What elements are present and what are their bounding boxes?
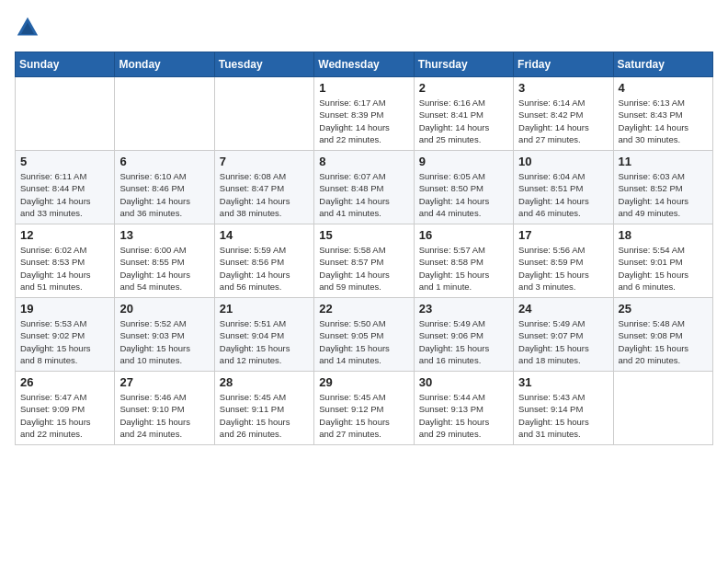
day-info: Sunrise: 5:52 AM Sunset: 9:03 PM Dayligh… bbox=[119, 317, 209, 366]
day-number: 13 bbox=[119, 228, 209, 242]
calendar-cell: 16Sunrise: 5:57 AM Sunset: 8:58 PM Dayli… bbox=[414, 224, 513, 298]
weekday-header: Sunday bbox=[16, 52, 115, 77]
calendar-cell: 1Sunrise: 6:17 AM Sunset: 8:39 PM Daylig… bbox=[314, 77, 414, 151]
day-number: 29 bbox=[319, 375, 408, 389]
day-info: Sunrise: 5:53 AM Sunset: 9:02 PM Dayligh… bbox=[20, 317, 109, 366]
calendar-cell: 29Sunrise: 5:45 AM Sunset: 9:12 PM Dayli… bbox=[314, 372, 414, 445]
calendar-cell: 22Sunrise: 5:50 AM Sunset: 9:05 PM Dayli… bbox=[314, 298, 414, 372]
calendar-cell bbox=[115, 77, 214, 151]
day-info: Sunrise: 5:45 AM Sunset: 9:11 PM Dayligh… bbox=[220, 391, 309, 440]
calendar-week-row: 1Sunrise: 6:17 AM Sunset: 8:39 PM Daylig… bbox=[16, 77, 713, 151]
calendar-cell: 14Sunrise: 5:59 AM Sunset: 8:56 PM Dayli… bbox=[214, 224, 313, 298]
day-number: 19 bbox=[20, 302, 109, 316]
day-number: 10 bbox=[518, 155, 608, 168]
calendar-cell: 27Sunrise: 5:46 AM Sunset: 9:10 PM Dayli… bbox=[115, 372, 214, 445]
calendar-header: SundayMondayTuesdayWednesdayThursdayFrid… bbox=[16, 52, 713, 77]
day-info: Sunrise: 5:44 AM Sunset: 9:13 PM Dayligh… bbox=[419, 391, 508, 440]
calendar-cell: 19Sunrise: 5:53 AM Sunset: 9:02 PM Dayli… bbox=[16, 298, 115, 372]
day-number: 31 bbox=[518, 375, 608, 389]
weekday-header: Wednesday bbox=[314, 52, 414, 77]
calendar-cell: 23Sunrise: 5:49 AM Sunset: 9:06 PM Dayli… bbox=[414, 298, 513, 372]
calendar-cell: 9Sunrise: 6:05 AM Sunset: 8:50 PM Daylig… bbox=[414, 151, 513, 224]
calendar-cell: 6Sunrise: 6:10 AM Sunset: 8:46 PM Daylig… bbox=[115, 151, 214, 224]
calendar-cell bbox=[214, 77, 313, 151]
calendar-cell: 15Sunrise: 5:58 AM Sunset: 8:57 PM Dayli… bbox=[314, 224, 414, 298]
calendar-body: 1Sunrise: 6:17 AM Sunset: 8:39 PM Daylig… bbox=[16, 77, 713, 445]
weekday-header: Saturday bbox=[613, 52, 712, 77]
day-info: Sunrise: 5:49 AM Sunset: 9:07 PM Dayligh… bbox=[518, 317, 608, 366]
page-header bbox=[15, 15, 713, 40]
day-info: Sunrise: 6:05 AM Sunset: 8:50 PM Dayligh… bbox=[419, 170, 508, 219]
calendar-cell bbox=[613, 372, 712, 445]
calendar-cell: 12Sunrise: 6:02 AM Sunset: 8:53 PM Dayli… bbox=[16, 224, 115, 298]
calendar-cell: 21Sunrise: 5:51 AM Sunset: 9:04 PM Dayli… bbox=[214, 298, 313, 372]
day-number: 18 bbox=[619, 228, 708, 242]
day-number: 16 bbox=[419, 228, 508, 242]
logo-icon bbox=[15, 15, 40, 40]
calendar-week-row: 19Sunrise: 5:53 AM Sunset: 9:02 PM Dayli… bbox=[16, 298, 713, 372]
day-number: 21 bbox=[220, 302, 309, 316]
day-number: 11 bbox=[619, 155, 708, 168]
day-number: 7 bbox=[220, 155, 309, 168]
calendar-cell: 7Sunrise: 6:08 AM Sunset: 8:47 PM Daylig… bbox=[214, 151, 313, 224]
weekday-header: Friday bbox=[514, 52, 613, 77]
calendar-week-row: 5Sunrise: 6:11 AM Sunset: 8:44 PM Daylig… bbox=[16, 151, 713, 224]
calendar-cell: 5Sunrise: 6:11 AM Sunset: 8:44 PM Daylig… bbox=[16, 151, 115, 224]
day-number: 26 bbox=[20, 375, 109, 389]
day-info: Sunrise: 6:07 AM Sunset: 8:48 PM Dayligh… bbox=[319, 170, 408, 219]
day-info: Sunrise: 5:59 AM Sunset: 8:56 PM Dayligh… bbox=[220, 244, 309, 293]
day-info: Sunrise: 6:14 AM Sunset: 8:42 PM Dayligh… bbox=[518, 97, 608, 145]
day-number: 4 bbox=[619, 81, 708, 95]
calendar-week-row: 12Sunrise: 6:02 AM Sunset: 8:53 PM Dayli… bbox=[16, 224, 713, 298]
calendar-cell: 18Sunrise: 5:54 AM Sunset: 9:01 PM Dayli… bbox=[613, 224, 712, 298]
calendar-cell: 10Sunrise: 6:04 AM Sunset: 8:51 PM Dayli… bbox=[514, 151, 613, 224]
day-number: 2 bbox=[419, 81, 508, 95]
day-info: Sunrise: 5:54 AM Sunset: 9:01 PM Dayligh… bbox=[619, 244, 708, 293]
weekday-row: SundayMondayTuesdayWednesdayThursdayFrid… bbox=[16, 52, 713, 77]
day-info: Sunrise: 6:10 AM Sunset: 8:46 PM Dayligh… bbox=[119, 170, 209, 219]
day-number: 15 bbox=[319, 228, 408, 242]
calendar-cell: 24Sunrise: 5:49 AM Sunset: 9:07 PM Dayli… bbox=[514, 298, 613, 372]
calendar-cell: 17Sunrise: 5:56 AM Sunset: 8:59 PM Dayli… bbox=[514, 224, 613, 298]
weekday-header: Monday bbox=[115, 52, 214, 77]
weekday-header: Tuesday bbox=[214, 52, 313, 77]
day-number: 6 bbox=[119, 155, 209, 168]
day-info: Sunrise: 5:48 AM Sunset: 9:08 PM Dayligh… bbox=[619, 317, 708, 366]
day-number: 9 bbox=[419, 155, 508, 168]
day-info: Sunrise: 5:46 AM Sunset: 9:10 PM Dayligh… bbox=[119, 391, 209, 440]
calendar-cell: 13Sunrise: 6:00 AM Sunset: 8:55 PM Dayli… bbox=[115, 224, 214, 298]
calendar-cell: 28Sunrise: 5:45 AM Sunset: 9:11 PM Dayli… bbox=[214, 372, 313, 445]
calendar-cell: 20Sunrise: 5:52 AM Sunset: 9:03 PM Dayli… bbox=[115, 298, 214, 372]
day-number: 3 bbox=[518, 81, 608, 95]
day-info: Sunrise: 5:56 AM Sunset: 8:59 PM Dayligh… bbox=[518, 244, 608, 293]
calendar-cell: 26Sunrise: 5:47 AM Sunset: 9:09 PM Dayli… bbox=[16, 372, 115, 445]
calendar-table: SundayMondayTuesdayWednesdayThursdayFrid… bbox=[15, 52, 713, 445]
day-info: Sunrise: 5:50 AM Sunset: 9:05 PM Dayligh… bbox=[319, 317, 408, 366]
day-info: Sunrise: 5:57 AM Sunset: 8:58 PM Dayligh… bbox=[419, 244, 508, 293]
day-info: Sunrise: 6:00 AM Sunset: 8:55 PM Dayligh… bbox=[119, 244, 209, 293]
logo bbox=[15, 15, 44, 40]
day-info: Sunrise: 6:02 AM Sunset: 8:53 PM Dayligh… bbox=[20, 244, 109, 293]
day-info: Sunrise: 6:08 AM Sunset: 8:47 PM Dayligh… bbox=[220, 170, 309, 219]
day-info: Sunrise: 6:13 AM Sunset: 8:43 PM Dayligh… bbox=[619, 97, 708, 145]
calendar-cell: 31Sunrise: 5:43 AM Sunset: 9:14 PM Dayli… bbox=[514, 372, 613, 445]
calendar-cell: 4Sunrise: 6:13 AM Sunset: 8:43 PM Daylig… bbox=[613, 77, 712, 151]
calendar-week-row: 26Sunrise: 5:47 AM Sunset: 9:09 PM Dayli… bbox=[16, 372, 713, 445]
day-number: 17 bbox=[518, 228, 608, 242]
calendar-cell: 3Sunrise: 6:14 AM Sunset: 8:42 PM Daylig… bbox=[514, 77, 613, 151]
day-info: Sunrise: 6:11 AM Sunset: 8:44 PM Dayligh… bbox=[20, 170, 109, 219]
day-info: Sunrise: 5:49 AM Sunset: 9:06 PM Dayligh… bbox=[419, 317, 508, 366]
day-number: 23 bbox=[419, 302, 508, 316]
day-number: 24 bbox=[518, 302, 608, 316]
day-info: Sunrise: 5:58 AM Sunset: 8:57 PM Dayligh… bbox=[319, 244, 408, 293]
day-number: 28 bbox=[220, 375, 309, 389]
day-info: Sunrise: 5:51 AM Sunset: 9:04 PM Dayligh… bbox=[220, 317, 309, 366]
day-number: 27 bbox=[119, 375, 209, 389]
calendar-cell: 2Sunrise: 6:16 AM Sunset: 8:41 PM Daylig… bbox=[414, 77, 513, 151]
calendar-cell: 25Sunrise: 5:48 AM Sunset: 9:08 PM Dayli… bbox=[613, 298, 712, 372]
calendar-cell: 30Sunrise: 5:44 AM Sunset: 9:13 PM Dayli… bbox=[414, 372, 513, 445]
day-info: Sunrise: 5:47 AM Sunset: 9:09 PM Dayligh… bbox=[20, 391, 109, 440]
calendar-cell: 8Sunrise: 6:07 AM Sunset: 8:48 PM Daylig… bbox=[314, 151, 414, 224]
calendar-cell bbox=[16, 77, 115, 151]
day-number: 30 bbox=[419, 375, 508, 389]
